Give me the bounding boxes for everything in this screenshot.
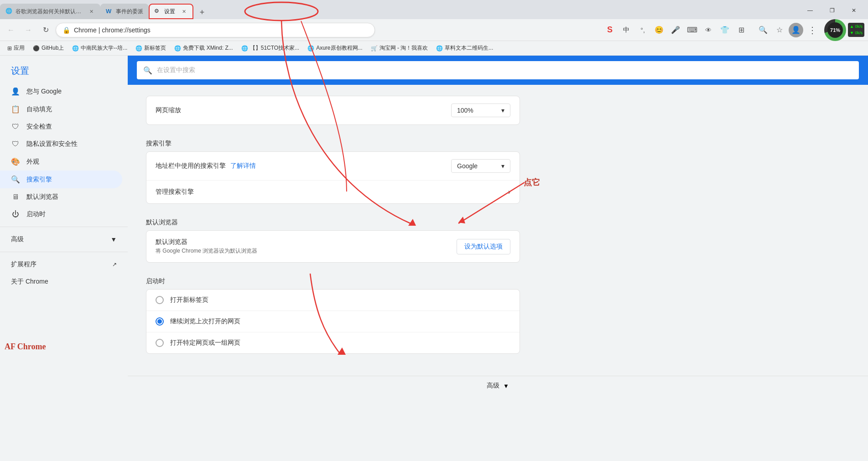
settings-search-box[interactable]: 🔍 在设置中搜索 [137,61,859,79]
set-default-button[interactable]: 设为默认选项 [457,239,510,254]
about-label: 关于 Chrome [11,278,48,286]
bookmark-newtab-label: 新标签页 [144,44,166,52]
startup-option-1[interactable]: 打开新标签页 [146,290,520,311]
zoom-row: 网页缩放 100% ▾ [146,96,520,124]
mic-icon[interactable]: 🎤 [668,23,683,37]
default-browser-title: 默认浏览器 [146,215,520,230]
bookmark-xmind[interactable]: 🌐 免费下载 XMind: Z... [171,43,236,53]
bookmark-apps-label: 应用 [14,44,25,52]
bookmark-xmind-label: 免费下载 XMind: Z... [183,44,233,52]
default-browser-card: 默认浏览器 将 Google Chrome 浏览器设为默认浏览器 设为默认选项 [146,230,520,263]
sidebar-title: 设置 [0,56,128,83]
speed-indicator: ▲ 0k/s ▼ 0k/s [848,23,864,37]
bookmark-51cto[interactable]: 🌐 【】51CTO技术家... [238,43,303,53]
maximize-button[interactable]: ❐ [821,4,842,17]
speed-down: ▼ 0k/s [850,30,863,36]
startup-option-3[interactable]: 打开特定网页或一组网页 [146,332,520,353]
grid-icon[interactable]: ⊞ [734,23,748,37]
axure-favicon: 🌐 [307,45,314,52]
sidebar-item-search[interactable]: 🔍 搜索引擎 [0,171,122,188]
tab-3-close[interactable]: ✕ [180,7,188,16]
search-engine-section: 搜索引擎 地址栏中使用的搜索引擎 了解详情 Google ▾ [146,136,520,204]
sidebar-appearance-label: 外观 [26,158,39,166]
tab-1-close[interactable]: ✕ [88,7,95,16]
sidebar-autofill-label: 自动填充 [26,105,52,114]
sidebar-divider-2 [0,252,128,252]
search-button[interactable]: 🔍 [756,23,770,37]
forward-button[interactable]: → [21,23,36,37]
skin-icon[interactable]: 👁 [701,23,716,37]
sidebar-item-google[interactable]: 👤 您与 Google [0,83,122,100]
startup-section: 启动时 打开新标签页 继续浏览上次打开的网页 [146,274,520,354]
tab-2[interactable]: W 事件的委派 [100,4,149,19]
sidebar-extensions[interactable]: 扩展程序 ↗ [0,256,128,273]
sidebar-item-autofill[interactable]: 📋 自动填充 [0,100,122,118]
bookmark-button[interactable]: ☆ [772,23,787,37]
tab-2-title: 事件的委派 [116,8,143,16]
sidebar-privacy-label: 隐私设置和安全性 [26,140,78,148]
address-bar-search-row: 地址栏中使用的搜索引擎 了解详情 Google ▾ [146,152,520,181]
zoom-label: 网页缩放 [156,106,181,114]
zoom-select[interactable]: 100% ▾ [451,104,510,117]
tab-1[interactable]: 🌐 谷歌浏览器如何关掉默认自动翻... ✕ [0,4,100,19]
default-browser-section: 默认浏览器 默认浏览器 将 Google Chrome 浏览器设为默认浏览器 设… [146,215,520,263]
sidebar-about[interactable]: 关于 Chrome [0,273,122,290]
profile-button[interactable]: 👤 [789,23,803,37]
new-tab-button[interactable]: + [195,5,209,19]
percent-circle: 71% [824,19,846,41]
sidebar-advanced[interactable]: 高级 ▼ [0,231,128,248]
default-browser-sublabel: 将 Google Chrome 浏览器设为默认浏览器 [156,247,257,255]
keyboard-icon[interactable]: ⌨ [685,23,699,37]
learn-more-link[interactable]: 了解详情 [230,162,256,169]
address-bar-row: ← → ↻ 🔒 Chrome | chrome://settings S 中 °… [0,19,868,41]
search-engine-value: Google [457,162,478,170]
taobao-favicon: 🛒 [371,45,378,52]
menu-button[interactable]: ⋮ [805,23,820,37]
sidebar-search-label: 搜索引擎 [26,176,52,184]
sidebar-item-defaultbrowser[interactable]: 🖥 默认浏览器 [0,188,122,206]
punctuation-icon[interactable]: °, [635,23,650,37]
sidebar-item-appearance[interactable]: 🎨 外观 [0,153,122,171]
startup-option-1-label: 打开新标签页 [170,296,208,304]
default-browser-icon: 🖥 [11,193,20,201]
advanced-label: 高级 [11,235,24,243]
startup-card: 打开新标签页 继续浏览上次打开的网页 打开特定网页或一组网页 [146,289,520,354]
zoom-arrow: ▾ [501,107,504,114]
bookmark-axure[interactable]: 🌐 Axure原创教程网... [304,43,366,53]
address-bar[interactable]: 🔒 Chrome | chrome://settings [56,23,375,37]
bookmark-taobao[interactable]: 🛒 淘宝网 - 淘！我喜欢 [367,43,432,53]
tab-3[interactable]: ⚙ 设置 ✕ [149,4,193,19]
search-engine-select[interactable]: Google ▾ [451,159,510,173]
advanced-arrow: ▼ [110,236,117,243]
bookmark-newtab[interactable]: 🌐 新标签页 [132,43,170,53]
bookmark-qrcode[interactable]: 🌐 草料文本二维码生... [432,43,497,53]
tab-1-title: 谷歌浏览器如何关掉默认自动翻... [16,8,83,16]
bottom-nav[interactable]: 高级 ▼ [128,376,868,395]
sougou-icon[interactable]: S [603,23,617,37]
startup-option-3-label: 打开特定网页或一组网页 [170,339,240,347]
back-button[interactable]: ← [4,23,18,37]
sidebar-item-security[interactable]: 🛡 安全检查 [0,118,122,135]
search-placeholder: 在设置中搜索 [157,66,195,74]
bookmark-apps[interactable]: ⊞ 应用 [4,43,28,53]
tab-1-favicon: 🌐 [5,8,13,15]
startup-icon: ⏻ [11,210,20,218]
manage-search-row[interactable]: 管理搜索引擎 › [146,181,520,203]
startup-option-2[interactable]: 继续浏览上次打开的网页 [146,311,520,332]
sidebar-item-privacy[interactable]: 🛡 隐私设置和安全性 [0,135,122,153]
close-button[interactable]: ✕ [843,4,864,17]
zoom-value: 100% [457,107,473,114]
chinese-icon[interactable]: 中 [619,23,634,37]
sidebar-item-startup[interactable]: ⏻ 启动时 [0,206,122,223]
minimize-button[interactable]: — [800,4,821,17]
newtab-favicon: 🌐 [135,45,142,52]
shirt-icon[interactable]: 👕 [717,23,732,37]
bookmark-github[interactable]: ⚫ GitHub上 [29,43,68,53]
bottom-nav-label: 高级 [487,382,499,390]
extensions-icon: ↗ [112,261,117,268]
bookmark-university[interactable]: 🌐 中南民族大学--培... [68,43,131,53]
emoji-icon[interactable]: 😊 [652,23,666,37]
reload-button[interactable]: ↻ [38,23,53,37]
security-icon: 🛡 [11,123,20,131]
bookmark-taobao-label: 淘宝网 - 淘！我喜欢 [379,44,428,52]
